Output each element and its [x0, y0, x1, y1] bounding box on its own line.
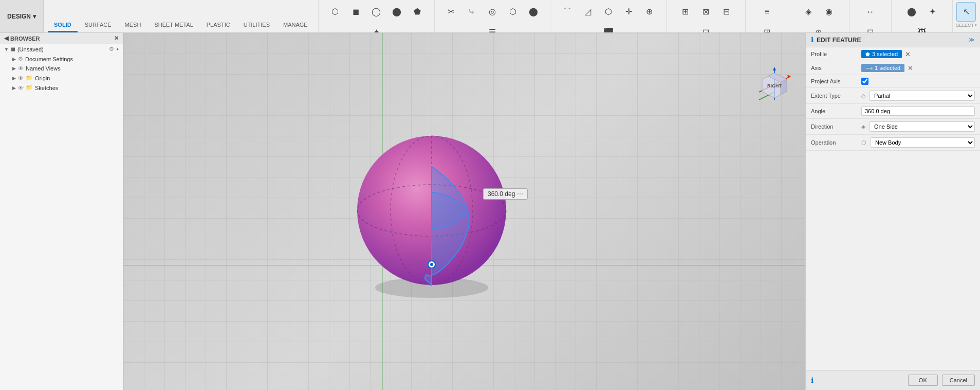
angle-content	[861, 107, 975, 116]
browser-item-doc-settings[interactable]: ▶ ⚙ Document Settings	[0, 54, 123, 64]
cancel-button[interactable]: Cancel	[942, 375, 975, 386]
browser-collapse-icon[interactable]: ◀	[4, 35, 8, 42]
angle-input[interactable]	[861, 107, 975, 116]
tool-extrude[interactable]: ⤷	[462, 2, 482, 22]
panel-info-footer-icon[interactable]: ℹ	[811, 376, 813, 384]
tool-select[interactable]: ↖	[956, 2, 976, 22]
panel-row-angle: Angle	[806, 104, 980, 119]
cube-nav[interactable]: RIGHT	[754, 64, 795, 105]
operation-icon: ⬡	[861, 139, 866, 146]
direction-select[interactable]: One Side Two Sides Symmetric	[870, 121, 975, 132]
operation-select[interactable]: New Body Join Cut Intersect New Componen…	[871, 137, 975, 148]
axis-selected-badge[interactable]: ⟶ 1 selected	[861, 64, 904, 72]
tool-box[interactable]: ◼	[346, 2, 365, 22]
project-axis-checkbox[interactable]	[861, 78, 868, 85]
sketches-chevron-icon: ▶	[12, 85, 16, 91]
tool-sweep[interactable]: ⬡	[503, 2, 523, 22]
profile-badge-icon: ⬟	[865, 51, 870, 57]
project-axis-label: Project Axis	[811, 78, 857, 84]
tool-more-automate[interactable]: ☰	[483, 23, 502, 32]
doc-settings-gear-icon: ⚙	[18, 56, 23, 62]
profile-clear-button[interactable]: ✕	[904, 50, 912, 58]
design-dropdown-button[interactable]: DESIGN ▾	[0, 0, 44, 32]
select-group-label[interactable]: SELECT ▾	[956, 23, 977, 28]
tool-chamfer[interactable]: ◿	[578, 2, 598, 22]
tool-more-modify[interactable]: ⬛	[599, 23, 618, 32]
tool-cut[interactable]: ✂	[441, 2, 461, 22]
tool-axis-through[interactable]: ◉	[819, 2, 839, 22]
tab-manage[interactable]: MANAGE	[277, 0, 314, 32]
tool-measure[interactable]: ↔	[861, 2, 880, 22]
panel-footer: ℹ OK Cancel	[806, 370, 980, 390]
direction-label: Direction	[811, 123, 857, 130]
tool-group-create: ⬡ ◼ ◯ ⬤ ⬟ ✦ CREATE ▾	[318, 0, 434, 32]
tool-more-inspect[interactable]: ⊡	[861, 23, 880, 32]
tool-loft[interactable]: ⬤	[524, 2, 543, 22]
tab-surface[interactable]: SURFACE	[79, 0, 118, 32]
tooltip-menu-icon[interactable]: ⋯	[517, 190, 523, 198]
tab-utilities[interactable]: UTILITIES	[237, 0, 276, 32]
tool-insert-svg[interactable]: ⬤	[902, 2, 921, 22]
profile-selected-badge[interactable]: ⬟ 3 selected	[861, 50, 902, 58]
tool-more-configure[interactable]: ⊞	[757, 23, 776, 32]
sketches-label: Sketches	[35, 85, 58, 91]
tool-more-construct[interactable]: ⊕	[809, 23, 828, 32]
sketches-folder-icon: 📁	[26, 84, 33, 91]
tool-group-insert: ⬤ ✦ 🖼 INSERT ▾	[891, 0, 952, 32]
tool-fillet[interactable]: ⌒	[558, 2, 577, 22]
tool-insert-dxf[interactable]: ✦	[922, 2, 942, 22]
panel-footer-buttons: OK Cancel	[908, 375, 975, 386]
tool-parameters[interactable]: ≡	[757, 2, 776, 22]
tool-scale[interactable]: ✛	[619, 2, 639, 22]
tool-offset-plane[interactable]: ◈	[799, 2, 818, 22]
origin-eye-icon: 👁	[18, 75, 24, 81]
profile-label: Profile	[811, 51, 857, 57]
browser-close-icon[interactable]: ✕	[114, 35, 119, 42]
unsaved-chevron-icon: ▼	[4, 47, 9, 52]
tool-more-assemble[interactable]: ⊡	[696, 23, 716, 32]
tab-plastic[interactable]: PLASTIC	[200, 0, 236, 32]
tool-revolve[interactable]: ◎	[483, 2, 502, 22]
panel-expand-icon[interactable]: ≫	[969, 37, 975, 43]
sketches-eye-icon: 👁	[18, 85, 24, 91]
tab-sheet-metal[interactable]: SHEET METAL	[148, 0, 199, 32]
tool-rigid-group[interactable]: ⊠	[696, 2, 716, 22]
browser-header: ◀ BROWSER ✕	[0, 33, 123, 44]
axis-badge-text: 1 selected	[875, 65, 900, 71]
origin-folder-icon: 📁	[26, 75, 33, 81]
browser-item-unsaved[interactable]: ▼ ◼ (Unsaved) ⚙ ●	[0, 44, 123, 54]
panel-header: ℹ EDIT FEATURE ≫	[806, 33, 980, 47]
design-chevron-icon: ▾	[33, 13, 36, 20]
tool-group-automate: ✂ ⤷ ◎ ⬡ ⬤ ☰ AUTOMATE ▾	[434, 0, 550, 32]
tool-new-component[interactable]: ⬡	[325, 2, 345, 22]
ok-button[interactable]: OK	[908, 375, 938, 386]
panel-row-extent-type: Extent Type ◇ Partial Full Custom	[806, 88, 980, 104]
tab-solid[interactable]: SOLID	[48, 0, 78, 32]
tab-mesh[interactable]: MESH	[119, 0, 147, 32]
axis-content: ⟶ 1 selected ✕	[861, 64, 975, 72]
extent-type-select[interactable]: Partial Full Custom	[870, 91, 975, 101]
tool-drive-joints[interactable]: ⊟	[717, 2, 736, 22]
browser-item-origin[interactable]: ▶ 👁 📁 Origin	[0, 73, 123, 83]
extent-type-content: ◇ Partial Full Custom	[861, 91, 975, 101]
tool-insert-image[interactable]: 🖼	[912, 23, 932, 32]
tool-joint[interactable]: ⊞	[676, 2, 695, 22]
browser-item-named-views[interactable]: ▶ 👁 Named Views	[0, 64, 123, 73]
axis-clear-button[interactable]: ✕	[907, 64, 914, 72]
panel-info-icon: ℹ	[811, 36, 813, 44]
angle-value: 360.0 deg	[488, 190, 515, 198]
tool-shell[interactable]: ⬡	[599, 2, 618, 22]
tool-cylinder[interactable]: ◯	[366, 2, 386, 22]
tool-torus[interactable]: ⬟	[408, 2, 427, 22]
unsaved-body-icon: ◼	[11, 46, 15, 52]
tool-more-create[interactable]: ✦	[366, 23, 386, 32]
named-views-label: Named Views	[26, 65, 61, 72]
tool-combine[interactable]: ⊕	[640, 2, 659, 22]
direction-icon: ◈	[861, 123, 865, 130]
panel-row-operation: Operation ⬡ New Body Join Cut Intersect …	[806, 135, 980, 151]
unsaved-dot-icon: ●	[116, 47, 119, 51]
browser-item-sketches[interactable]: ▶ 👁 📁 Sketches	[0, 83, 123, 93]
origin-chevron-icon: ▶	[12, 76, 16, 81]
tool-sphere[interactable]: ⬤	[387, 2, 406, 22]
viewport[interactable]: 360.0 deg ⋯ RIGHT	[123, 33, 805, 390]
